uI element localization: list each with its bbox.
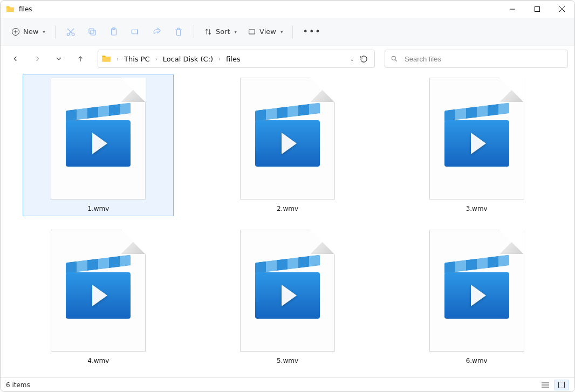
maximize-button[interactable] bbox=[525, 1, 550, 18]
file-item[interactable]: 6.wmv bbox=[401, 226, 552, 368]
video-file-icon bbox=[66, 262, 131, 320]
svg-rect-15 bbox=[132, 30, 138, 34]
nav-row: › This PC › Local Disk (C:) › files ⌄ bbox=[1, 46, 574, 72]
details-view-button[interactable] bbox=[538, 380, 553, 390]
video-file-icon bbox=[255, 109, 320, 168]
window-controls bbox=[500, 1, 574, 18]
trash-icon bbox=[174, 27, 183, 37]
file-thumbnail bbox=[51, 230, 146, 352]
clipboard-icon bbox=[109, 27, 119, 37]
content-area: 1.wmv 2.wmv 3.wmv 4.wmv bbox=[1, 72, 574, 377]
scissors-icon bbox=[66, 27, 76, 37]
separator bbox=[55, 25, 56, 38]
sort-icon bbox=[204, 27, 213, 36]
close-button[interactable] bbox=[550, 1, 574, 18]
svg-rect-23 bbox=[559, 382, 565, 388]
breadcrumb-item[interactable]: Local Disk (C:) bbox=[161, 53, 215, 65]
video-file-icon bbox=[444, 109, 509, 168]
chevron-down-icon: ▾ bbox=[235, 29, 237, 35]
svg-point-18 bbox=[392, 56, 395, 60]
back-button[interactable] bbox=[7, 50, 24, 67]
video-file-icon bbox=[444, 262, 509, 320]
separator bbox=[194, 25, 194, 38]
file-thumbnail bbox=[240, 78, 335, 200]
search-icon bbox=[391, 55, 398, 63]
status-text: 6 items bbox=[6, 381, 30, 389]
titlebar: files bbox=[1, 1, 574, 18]
file-name: 4.wmv bbox=[87, 357, 109, 365]
rename-icon bbox=[131, 27, 140, 37]
view-label: View bbox=[259, 27, 276, 36]
folder-icon bbox=[6, 5, 15, 13]
folder-icon bbox=[101, 54, 111, 64]
new-button[interactable]: New ▾ bbox=[7, 22, 50, 42]
chevron-right-icon: › bbox=[217, 56, 222, 62]
ellipsis-icon: ••• bbox=[303, 26, 321, 37]
chevron-right-icon: › bbox=[154, 56, 159, 62]
file-item[interactable]: 3.wmv bbox=[401, 74, 552, 216]
paste-button[interactable] bbox=[104, 22, 124, 42]
file-name: 1.wmv bbox=[87, 205, 109, 212]
rename-button[interactable] bbox=[126, 22, 145, 42]
file-item[interactable]: 4.wmv bbox=[23, 226, 174, 368]
view-toggles bbox=[538, 380, 569, 390]
breadcrumb-item[interactable]: files bbox=[224, 53, 243, 65]
toolbar: New ▾ Sort ▾ View ▾ ••• bbox=[1, 18, 574, 46]
more-button[interactable]: ••• bbox=[298, 22, 325, 42]
refresh-button[interactable] bbox=[360, 55, 368, 63]
video-file-icon bbox=[255, 262, 320, 320]
chevron-down-icon[interactable]: ⌄ bbox=[350, 56, 354, 62]
file-item[interactable]: 1.wmv bbox=[23, 74, 174, 216]
file-thumbnail bbox=[51, 78, 146, 200]
share-icon bbox=[152, 27, 162, 37]
sort-button[interactable]: Sort ▾ bbox=[200, 22, 241, 42]
minimize-button[interactable] bbox=[500, 1, 525, 18]
chevron-down-icon: ▾ bbox=[43, 29, 45, 35]
svg-rect-1 bbox=[535, 7, 540, 12]
items-grid: 1.wmv 2.wmv 3.wmv 4.wmv bbox=[7, 74, 568, 368]
delete-button[interactable] bbox=[169, 22, 188, 42]
view-button[interactable]: View ▾ bbox=[243, 22, 287, 42]
separator bbox=[292, 25, 293, 38]
svg-rect-17 bbox=[249, 30, 255, 34]
file-name: 3.wmv bbox=[466, 205, 488, 212]
thumbnails-view-button[interactable] bbox=[554, 380, 569, 390]
new-label: New bbox=[23, 27, 38, 36]
file-item[interactable]: 5.wmv bbox=[212, 226, 363, 368]
chevron-right-icon: › bbox=[115, 56, 120, 62]
video-file-icon bbox=[66, 109, 131, 168]
plus-circle-icon bbox=[11, 27, 20, 36]
file-name: 5.wmv bbox=[277, 357, 298, 365]
breadcrumb-item[interactable]: This PC bbox=[122, 53, 152, 65]
chevron-down-icon: ▾ bbox=[280, 29, 283, 35]
file-thumbnail bbox=[429, 78, 524, 200]
file-item[interactable]: 2.wmv bbox=[212, 74, 363, 216]
file-thumbnail bbox=[429, 230, 524, 352]
svg-line-19 bbox=[395, 60, 397, 61]
copy-button[interactable] bbox=[83, 22, 102, 42]
copy-icon bbox=[87, 27, 97, 37]
view-icon bbox=[248, 27, 256, 36]
sort-label: Sort bbox=[216, 27, 230, 36]
address-bar[interactable]: › This PC › Local Disk (C:) › files ⌄ bbox=[98, 50, 375, 68]
forward-button[interactable] bbox=[29, 50, 46, 67]
file-explorer-window: files New ▾ Sort ▾ View ▾ bbox=[0, 0, 575, 392]
file-name: 2.wmv bbox=[277, 205, 298, 212]
up-button[interactable] bbox=[72, 50, 89, 67]
search-box[interactable] bbox=[385, 50, 568, 68]
share-button[interactable] bbox=[147, 22, 167, 42]
svg-rect-11 bbox=[91, 30, 95, 35]
file-name: 6.wmv bbox=[466, 357, 488, 365]
file-thumbnail bbox=[240, 230, 335, 352]
status-bar: 6 items bbox=[1, 377, 574, 391]
search-input[interactable] bbox=[403, 54, 562, 64]
cut-button[interactable] bbox=[61, 22, 80, 42]
window-title: files bbox=[19, 5, 32, 13]
svg-rect-12 bbox=[89, 29, 94, 33]
recent-button[interactable] bbox=[50, 50, 67, 67]
